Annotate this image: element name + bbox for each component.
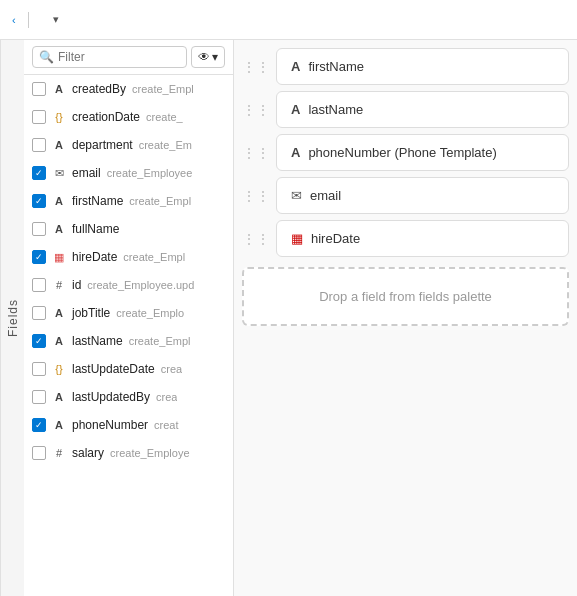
field-type-icon: A [52, 83, 66, 95]
sidebar-fields-label: Fields [0, 40, 24, 596]
field-type-icon: ✉ [52, 167, 66, 180]
layout-field-label: hireDate [311, 231, 360, 246]
list-item[interactable]: ▦hireDatecreate_Empl [24, 243, 233, 271]
field-name-label: fullName [72, 222, 119, 236]
search-input[interactable] [58, 50, 180, 64]
field-checkbox[interactable] [32, 110, 46, 124]
field-type-icon: A [52, 335, 66, 347]
field-type-icon: # [52, 447, 66, 459]
field-type-icon: A [52, 419, 66, 431]
search-bar: 🔍 👁 ▾ [24, 40, 233, 75]
field-name-label: phoneNumber [72, 418, 148, 432]
field-type-icon: A [52, 195, 66, 207]
field-checkbox[interactable] [32, 82, 46, 96]
layout-dropdown-arrow-icon[interactable]: ▾ [53, 13, 59, 26]
layout-field-card[interactable]: AphoneNumber (Phone Template) [276, 134, 569, 171]
drop-zone: Drop a field from fields palette [242, 267, 569, 326]
list-item[interactable]: AjobTitlecreate_Emplo [24, 299, 233, 327]
field-checkbox[interactable] [32, 278, 46, 292]
field-source-label: create_ [146, 111, 183, 123]
layout-field-icon: ▦ [291, 231, 303, 246]
field-source-label: create_Employee [107, 167, 193, 179]
layout-field-label: firstName [308, 59, 364, 74]
field-checkbox[interactable] [32, 138, 46, 152]
field-type-icon: {} [52, 363, 66, 375]
list-item[interactable]: AlastUpdatedBycrea [24, 383, 233, 411]
field-name-label: createdBy [72, 82, 126, 96]
field-checkbox[interactable] [32, 418, 46, 432]
list-item[interactable]: {}creationDatecreate_ [24, 103, 233, 131]
field-name-label: id [72, 278, 81, 292]
field-type-icon: A [52, 391, 66, 403]
field-checkbox[interactable] [32, 334, 46, 348]
field-name-label: firstName [72, 194, 123, 208]
search-icon: 🔍 [39, 50, 54, 64]
list-item[interactable]: ✉emailcreate_Employee [24, 159, 233, 187]
list-item[interactable]: AfirstNamecreate_Empl [24, 187, 233, 215]
drag-handle-icon[interactable]: ⋮⋮ [242, 102, 270, 118]
layout-field-label: phoneNumber (Phone Template) [308, 145, 496, 160]
field-name-label: email [72, 166, 101, 180]
field-checkbox[interactable] [32, 306, 46, 320]
field-source-label: crea [156, 391, 177, 403]
list-item[interactable]: #idcreate_Employee.upd [24, 271, 233, 299]
field-name-label: department [72, 138, 133, 152]
field-checkbox[interactable] [32, 362, 46, 376]
list-item[interactable]: {}lastUpdateDatecrea [24, 355, 233, 383]
field-checkbox[interactable] [32, 166, 46, 180]
field-source-label: create_Employe [110, 447, 190, 459]
fields-panel: 🔍 👁 ▾ AcreatedBycreate_Empl{}creationDat… [24, 40, 234, 596]
list-item[interactable]: AphoneNumbercreat [24, 411, 233, 439]
topbar-divider [28, 12, 29, 28]
field-type-icon: ▦ [52, 251, 66, 264]
back-chevron-icon: ‹ [12, 14, 16, 26]
field-type-icon: A [52, 223, 66, 235]
layout-field-row: ⋮⋮▦hireDate [242, 220, 569, 257]
field-source-label: crea [161, 363, 182, 375]
search-input-wrapper[interactable]: 🔍 [32, 46, 187, 68]
field-checkbox[interactable] [32, 194, 46, 208]
eye-icon: 👁 [198, 50, 210, 64]
field-name-label: hireDate [72, 250, 117, 264]
field-name-label: creationDate [72, 110, 140, 124]
layout-field-card[interactable]: AfirstName [276, 48, 569, 85]
field-name-label: salary [72, 446, 104, 460]
layout-field-row: ⋮⋮AphoneNumber (Phone Template) [242, 134, 569, 171]
layout-panel: ⋮⋮AfirstName⋮⋮AlastName⋮⋮AphoneNumber (P… [234, 40, 577, 596]
layout-field-card[interactable]: ✉email [276, 177, 569, 214]
drag-handle-icon[interactable]: ⋮⋮ [242, 188, 270, 204]
field-name-label: lastUpdateDate [72, 362, 155, 376]
list-item[interactable]: Adepartmentcreate_Em [24, 131, 233, 159]
layout-field-row: ⋮⋮✉email [242, 177, 569, 214]
field-source-label: create_Emplo [116, 307, 184, 319]
list-item[interactable]: AlastNamecreate_Empl [24, 327, 233, 355]
field-source-label: create_Employee.upd [87, 279, 194, 291]
fields-list: AcreatedBycreate_Empl{}creationDatecreat… [24, 75, 233, 596]
field-source-label: create_Empl [129, 335, 191, 347]
list-item[interactable]: AfullName [24, 215, 233, 243]
layout-field-icon: A [291, 102, 300, 117]
layout-field-card[interactable]: AlastName [276, 91, 569, 128]
view-toggle-button[interactable]: 👁 ▾ [191, 46, 225, 68]
list-item[interactable]: #salarycreate_Employe [24, 439, 233, 467]
layout-field-icon: A [291, 59, 300, 74]
layout-field-row: ⋮⋮AfirstName [242, 48, 569, 85]
layout-field-icon: A [291, 145, 300, 160]
field-name-label: lastName [72, 334, 123, 348]
field-type-icon: # [52, 279, 66, 291]
layout-selector[interactable]: ▾ [49, 13, 59, 26]
field-checkbox[interactable] [32, 222, 46, 236]
back-button[interactable]: ‹ [12, 14, 20, 26]
field-checkbox[interactable] [32, 250, 46, 264]
drag-handle-icon[interactable]: ⋮⋮ [242, 231, 270, 247]
layout-field-label: email [310, 188, 341, 203]
field-checkbox[interactable] [32, 446, 46, 460]
list-item[interactable]: AcreatedBycreate_Empl [24, 75, 233, 103]
drag-handle-icon[interactable]: ⋮⋮ [242, 145, 270, 161]
field-type-icon: A [52, 139, 66, 151]
field-name-label: lastUpdatedBy [72, 390, 150, 404]
field-source-label: create_Empl [132, 83, 194, 95]
layout-field-card[interactable]: ▦hireDate [276, 220, 569, 257]
drag-handle-icon[interactable]: ⋮⋮ [242, 59, 270, 75]
field-checkbox[interactable] [32, 390, 46, 404]
